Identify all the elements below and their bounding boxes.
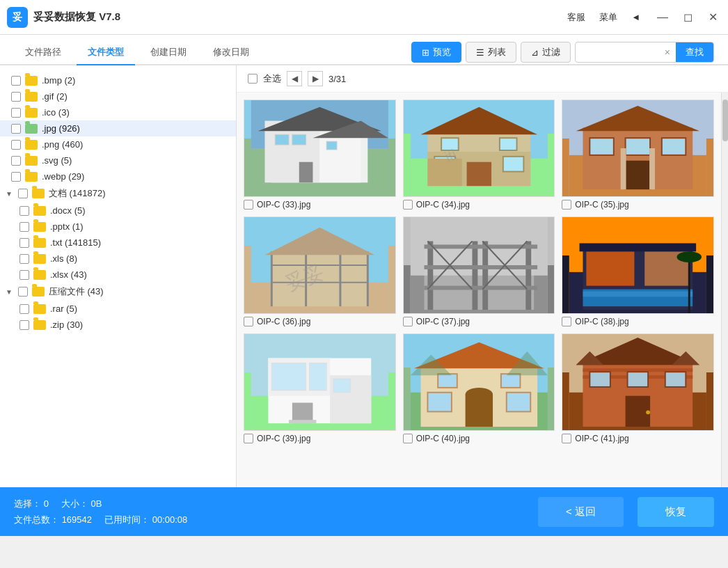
title-bar-actions: 客服 菜单 ◄: [567, 11, 640, 24]
label-docs: 文档 (141872): [49, 187, 106, 200]
tab-file-type[interactable]: 文件类型: [77, 40, 135, 65]
sidebar-item-xls[interactable]: .xls (8): [0, 251, 236, 267]
search-clear-btn[interactable]: ×: [659, 43, 676, 61]
checkbox-xls[interactable]: [19, 254, 29, 264]
next-page-btn[interactable]: ▶: [308, 71, 323, 86]
sidebar-item-rar[interactable]: .rar (5): [0, 301, 236, 317]
svg-rect-84: [501, 374, 521, 388]
item-checkbox-1[interactable]: [244, 200, 253, 210]
gallery-item-label-8: OIP-C (40).jpg: [403, 434, 555, 443]
folder-icon-docx: [33, 206, 46, 216]
checkbox-docx[interactable]: [19, 206, 29, 216]
sidebar-item-bmp[interactable]: .bmp (2): [0, 72, 236, 88]
label-svg: .svg (5): [42, 155, 72, 166]
gallery-item-2[interactable]: iti OIP-C (34).jpg: [403, 100, 555, 210]
gallery-item-8[interactable]: OIP-C (40).jpg: [403, 333, 555, 443]
checkbox-webp[interactable]: [11, 172, 21, 182]
gallery-item-label-2: OIP-C (34).jpg: [403, 200, 555, 210]
gallery-thumb-3: [562, 100, 714, 197]
gallery-item-5[interactable]: OIP-C (37).jpg: [403, 216, 555, 326]
item-checkbox-6[interactable]: [562, 317, 571, 326]
tab-file-path[interactable]: 文件路径: [14, 40, 72, 65]
gallery-item-label-9: OIP-C (41).jpg: [562, 434, 714, 443]
checkbox-txt[interactable]: [19, 238, 29, 248]
item-checkbox-2[interactable]: [403, 200, 413, 210]
label-zip: .zip (30): [50, 320, 83, 330]
sidebar-item-pptx[interactable]: .pptx (1): [0, 219, 236, 235]
list-btn[interactable]: ☰ 列表: [466, 42, 516, 63]
title-bar: 妥 妥妥数据恢复 V7.8 客服 菜单 ◄ — ◻ ✕: [0, 0, 728, 35]
svg-rect-76: [333, 379, 351, 393]
status-select: 选择： 0 大小： 0B: [14, 496, 524, 512]
restore-btn[interactable]: 恢复: [638, 497, 714, 527]
maximize-btn[interactable]: ◻: [679, 9, 696, 26]
sidebar-item-svg[interactable]: .svg (5): [0, 152, 236, 168]
item-checkbox-9[interactable]: [562, 434, 571, 443]
tab-modified-date[interactable]: 修改日期: [202, 40, 260, 65]
sidebar-item-docs[interactable]: ▼ 文档 (141872): [0, 184, 236, 203]
search-box: × 查找: [575, 42, 714, 63]
gallery-item-7[interactable]: OIP-C (39).jpg: [244, 333, 396, 443]
checkbox-zip[interactable]: [19, 320, 29, 330]
sidebar-item-compress[interactable]: ▼ 压缩文件 (43): [0, 283, 236, 301]
folder-icon-txt: [33, 238, 46, 248]
svg-rect-83: [438, 374, 457, 388]
checkbox-gif[interactable]: [11, 92, 21, 102]
gallery-nav: 全选 ◀ ▶ 3/31: [237, 65, 728, 93]
sidebar-item-gif[interactable]: .gif (2): [0, 88, 236, 104]
checkbox-jpg[interactable]: [11, 124, 21, 134]
search-btn[interactable]: 查找: [676, 42, 713, 62]
gallery-item-1[interactable]: OIP-C (33).jpg: [244, 100, 396, 210]
sidebar-item-docx[interactable]: .docx (5): [0, 203, 236, 219]
preview-btn[interactable]: ⊞ 预览: [411, 42, 461, 63]
gallery-thumb-1: [244, 100, 396, 197]
prev-page-btn[interactable]: ◀: [287, 71, 302, 86]
checkbox-compress[interactable]: [18, 287, 28, 297]
sidebar-item-zip[interactable]: .zip (30): [0, 317, 236, 333]
item-checkbox-4[interactable]: [244, 317, 253, 326]
sidebar-item-ico[interactable]: .ico (3): [0, 104, 236, 120]
label-rar: .rar (5): [50, 303, 77, 314]
svg-rect-5: [275, 134, 289, 145]
select-all-checkbox[interactable]: [248, 74, 258, 84]
item-checkbox-5[interactable]: [403, 317, 413, 326]
sidebar-item-xlsx[interactable]: .xlsx (43): [0, 267, 236, 283]
checkbox-bmp[interactable]: [11, 76, 21, 86]
gallery-item-6[interactable]: OIP-C (38).jpg: [562, 216, 714, 326]
checkbox-pptx[interactable]: [19, 222, 29, 232]
label-xls: .xls (8): [50, 253, 77, 264]
select-all-label: 全选: [263, 72, 281, 85]
back-btn[interactable]: < 返回: [538, 497, 624, 527]
checkbox-xlsx[interactable]: [19, 270, 29, 280]
close-btn[interactable]: ✕: [704, 9, 721, 26]
item-checkbox-7[interactable]: [244, 434, 253, 443]
minimize-btn[interactable]: —: [654, 9, 671, 26]
checkbox-png[interactable]: [11, 140, 21, 150]
customer-service-btn[interactable]: 客服: [567, 11, 585, 24]
sidebar-item-jpg[interactable]: .jpg (926): [0, 120, 236, 136]
sidebar-item-webp[interactable]: .webp (29): [0, 168, 236, 184]
menu-arrow-icon: ◄: [631, 12, 640, 22]
gallery-item-4[interactable]: 妥妥 OIP-C (36).jpg: [244, 216, 396, 326]
sidebar-item-png[interactable]: .png (460): [0, 136, 236, 152]
svg-rect-7: [326, 141, 337, 150]
item-checkbox-8[interactable]: [403, 434, 413, 443]
gallery-item-9[interactable]: OIP-C (41).jpg: [562, 333, 714, 443]
checkbox-rar[interactable]: [19, 304, 29, 314]
scrollbar-thumb[interactable]: [722, 100, 728, 141]
checkbox-docs[interactable]: [18, 189, 28, 198]
label-bmp: .bmp (2): [42, 75, 75, 86]
folder-icon-pptx: [33, 222, 46, 232]
svg-rect-86: [506, 393, 530, 412]
gallery-thumb-8: [403, 333, 555, 431]
menu-btn[interactable]: 菜单: [599, 11, 617, 24]
sidebar-item-txt[interactable]: .txt (141815): [0, 235, 236, 251]
checkbox-svg[interactable]: [11, 156, 21, 166]
item-checkbox-3[interactable]: [562, 200, 571, 210]
checkbox-ico[interactable]: [11, 108, 21, 118]
gallery-scrollbar[interactable]: [721, 93, 728, 487]
search-input[interactable]: [576, 44, 659, 61]
filter-btn[interactable]: ⊿ 过滤: [521, 42, 571, 63]
tab-created-date[interactable]: 创建日期: [139, 40, 198, 65]
gallery-item-3[interactable]: OIP-C (35).jpg: [562, 100, 714, 210]
